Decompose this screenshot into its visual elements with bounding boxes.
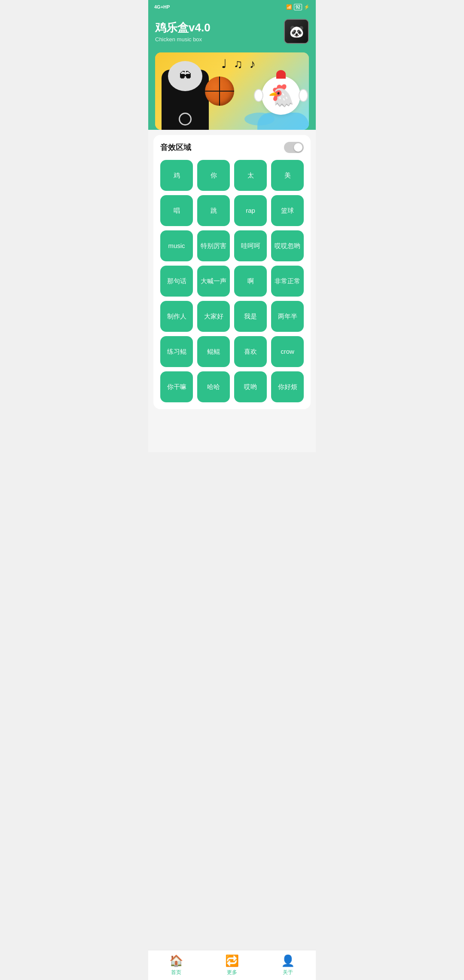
sound-button-9[interactable]: music [160, 230, 193, 261]
sound-button-18[interactable]: 大家好 [197, 301, 230, 332]
panda-chain [179, 113, 192, 126]
toggle-knob [294, 143, 302, 152]
sound-button-7[interactable]: rap [234, 195, 267, 226]
sound-button-23[interactable]: 喜欢 [234, 336, 267, 367]
panda-face: 🕶 [168, 61, 202, 91]
sound-button-15[interactable]: 啊 [234, 266, 267, 297]
sound-button-22[interactable]: 鲲鲲 [197, 336, 230, 367]
sound-button-1[interactable]: 鸡 [160, 160, 193, 191]
sound-button-20[interactable]: 两年半 [271, 301, 304, 332]
sound-button-19[interactable]: 我是 [234, 301, 267, 332]
chicken-wing-right [299, 89, 308, 102]
sound-button-2[interactable]: 你 [197, 160, 230, 191]
status-signal: 4G+HP [154, 4, 170, 9]
sound-button-12[interactable]: 哎哎忽哟 [271, 230, 304, 261]
sound-button-27[interactable]: 哎哟 [234, 371, 267, 402]
status-bar: 4G+HP 📶 92 ⚡ [148, 0, 316, 14]
app-subtitle: Chicken music box [155, 36, 211, 43]
sound-buttons-grid: 鸡你太美唱跳rap篮球music特别厉害哇呵呵哎哎忽哟那句话大喊一声啊非常正常制… [160, 160, 304, 402]
sound-button-25[interactable]: 你干嘛 [160, 371, 193, 402]
banner-wrapper: ♩ ♫ ♪ 🕶 🐔 [148, 52, 316, 130]
sound-button-11[interactable]: 哇呵呵 [234, 230, 267, 261]
chicken-wing-left [254, 89, 263, 102]
chicken-body: 🐔 [262, 76, 300, 115]
sound-button-5[interactable]: 唱 [160, 195, 193, 226]
sound-button-6[interactable]: 跳 [197, 195, 230, 226]
status-right: 📶 92 ⚡ [286, 4, 310, 10]
chicken-face-emoji: 🐔 [268, 83, 294, 108]
sound-button-13[interactable]: 那句话 [160, 266, 193, 297]
sound-section-title: 音效区域 [160, 142, 191, 153]
sound-card: 音效区域 鸡你太美唱跳rap篮球music特别厉害哇呵呵哎哎忽哟那句话大喊一声啊… [153, 135, 311, 409]
music-notes-decoration: ♩ ♫ ♪ [221, 57, 257, 71]
avatar[interactable]: 🐼 [284, 19, 309, 44]
sound-button-24[interactable]: crow [271, 336, 304, 367]
sound-button-21[interactable]: 练习鲲 [160, 336, 193, 367]
header-title-block: 鸡乐盒v4.0 Chicken music box [155, 20, 211, 43]
sound-button-4[interactable]: 美 [271, 160, 304, 191]
panda-glasses: 🕶 [179, 69, 191, 83]
charging-icon: ⚡ [304, 4, 310, 10]
app-header: 鸡乐盒v4.0 Chicken music box 🐼 [148, 14, 316, 52]
basketball-decoration [205, 77, 234, 106]
sound-button-28[interactable]: 你好烦 [271, 371, 304, 402]
sound-button-3[interactable]: 太 [234, 160, 267, 191]
sound-button-8[interactable]: 篮球 [271, 195, 304, 226]
sound-button-10[interactable]: 特别厉害 [197, 230, 230, 261]
panda-body: 🕶 [162, 70, 209, 130]
battery-indicator: 92 [294, 4, 302, 10]
chicken-figure: 🐔 [257, 65, 305, 126]
sound-button-26[interactable]: 哈哈 [197, 371, 230, 402]
sound-button-16[interactable]: 非常正常 [271, 266, 304, 297]
sound-button-17[interactable]: 制作人 [160, 301, 193, 332]
banner: ♩ ♫ ♪ 🕶 🐔 [155, 52, 309, 130]
wifi-icon: 📶 [286, 4, 292, 10]
sound-section-header: 音效区域 [160, 142, 304, 153]
main-content: 音效区域 鸡你太美唱跳rap篮球music特别厉害哇呵呵哎哎忽哟那句话大喊一声啊… [148, 130, 316, 452]
app-title: 鸡乐盒v4.0 [155, 20, 211, 35]
chicken-comb [276, 70, 286, 79]
sound-toggle[interactable] [284, 142, 304, 153]
sound-button-14[interactable]: 大喊一声 [197, 266, 230, 297]
avatar-image: 🐼 [285, 20, 308, 43]
